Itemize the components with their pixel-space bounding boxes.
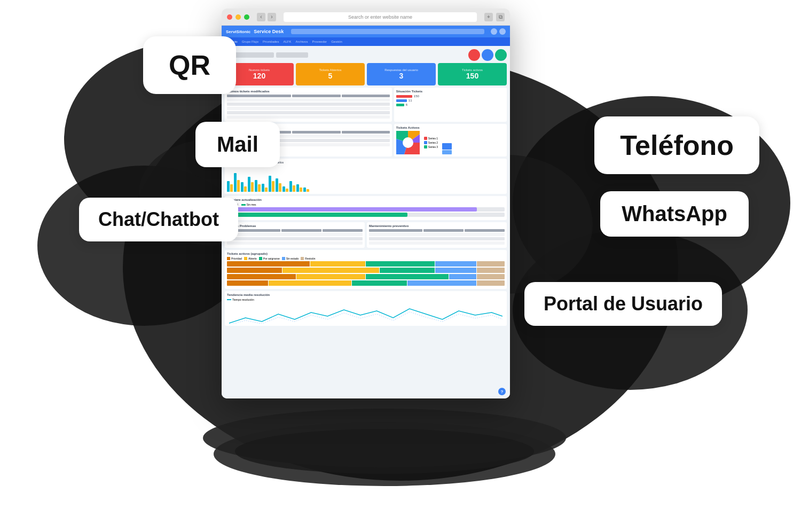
section-agrupados: Tickets activos (agrupado) Prioridad Abi… — [225, 250, 507, 289]
minimize-icon[interactable] — [235, 14, 241, 20]
notification-icon[interactable] — [499, 28, 506, 35]
nav-item-priority[interactable]: Prioridades — [263, 40, 279, 43]
table-row — [227, 115, 390, 119]
date-filter[interactable] — [276, 52, 308, 58]
label-telefono: Teléfono — [594, 116, 759, 174]
portal-text: Portal de Usuario — [544, 293, 703, 315]
table-row — [227, 103, 390, 106]
close-icon[interactable] — [227, 14, 232, 20]
stacked-bar-2 — [227, 268, 505, 273]
section-ultimos: Últimos tickets modificados — [225, 88, 392, 122]
tickets-activos-title: Tickets Activos — [396, 126, 505, 129]
section-tickets-activos: Tickets Activos Series 1 Series 2 Series… — [394, 124, 507, 157]
stat-open-label: Tickets Abiertos — [319, 68, 341, 72]
line-chart — [227, 302, 505, 324]
label-whatsapp: WhatsApp — [600, 191, 749, 237]
table-row — [227, 107, 390, 110]
table-row — [227, 241, 363, 245]
table-row — [227, 111, 390, 114]
stats-row: Nuevos tickets 120 Tickets Abiertos 5 Re… — [225, 63, 507, 85]
pie-chart-container: Series 1 Series 2 Series 3 — [396, 131, 505, 154]
whatsapp-text: WhatsApp — [622, 202, 727, 225]
app-title: Service Desk — [254, 29, 284, 34]
tendencia-title: Tendencia media resolución — [227, 293, 505, 296]
agrupados-title: Tickets activos (agrupado) — [227, 252, 505, 255]
stat-new-tickets-label: Nuevos tickets — [249, 68, 270, 72]
problemas-row: Últimos Problemas Mantenimiento preventi… — [225, 222, 507, 248]
table-header-3 — [342, 95, 390, 97]
svg-point-10 — [235, 429, 534, 474]
address-text: Search or enter website name — [348, 14, 412, 20]
table-row — [227, 233, 363, 236]
new-tab-icon[interactable]: + — [484, 13, 493, 21]
stacked-bar-1 — [227, 261, 505, 267]
label-mail: Mail — [195, 122, 280, 167]
qr-text: QR — [169, 50, 210, 81]
duplicate-icon[interactable]: ⧉ — [496, 13, 505, 21]
user-dot-3 — [495, 49, 507, 61]
filter-row — [225, 49, 507, 61]
stacked-bar-3 — [227, 274, 505, 279]
requiere-title: Requiere actualización — [227, 198, 505, 201]
stat-active-tickets: Tickets activos 150 — [438, 63, 507, 85]
filter-input[interactable] — [231, 52, 274, 58]
nav-item-setup[interactable]: Proveedor — [312, 40, 327, 43]
user-dot-1 — [468, 49, 480, 61]
chat-text: Chat/Chatbot — [98, 208, 219, 230]
nav-item-group[interactable]: Grupo Flujo — [242, 40, 258, 43]
stat-open-tickets: Tickets Abiertos 5 — [296, 63, 365, 85]
maximize-icon[interactable] — [244, 14, 249, 20]
svg-point-16 — [403, 137, 413, 148]
section-problemas: Últimos Problemas — [225, 222, 365, 248]
stat-user-resp-label: Respuestas del usuario — [384, 68, 418, 72]
table-row — [227, 237, 363, 240]
progress-bar-2 — [227, 213, 505, 217]
section-situacion: Situación Tickets 150 11 6 — [394, 88, 507, 122]
stacked-bar-4 — [227, 280, 505, 286]
forward-icon[interactable]: › — [268, 13, 276, 21]
situacion-title: Situación Tickets — [396, 90, 505, 93]
app-nav: Proyecto Grupo Flujo Prioridades ALFK Ar… — [222, 37, 510, 46]
stat-active-value: 150 — [466, 72, 478, 80]
stat-user-resp: Respuestas del usuario 3 — [367, 63, 436, 85]
help-button[interactable]: ? — [498, 388, 506, 395]
label-chat: Chat/Chatbot — [79, 198, 238, 241]
search-bar[interactable] — [291, 29, 484, 34]
ultimos-title: Últimos tickets modificados — [227, 90, 390, 93]
nav-item-sla[interactable]: ALFK — [283, 40, 291, 43]
stat-user-resp-value: 3 — [399, 72, 404, 80]
table-row — [227, 98, 390, 101]
nav-item-info[interactable]: Archivos — [295, 40, 308, 43]
bar-chart — [227, 165, 505, 192]
table-row — [369, 233, 505, 236]
telefono-text: Teléfono — [620, 130, 734, 161]
tickets-row: Últimos tickets modificados Situación Ti… — [225, 88, 507, 122]
address-bar[interactable]: Search or enter website name — [284, 12, 477, 22]
table-header-1 — [227, 95, 291, 97]
problemas-title: Últimos Problemas — [227, 224, 363, 228]
table-row — [369, 241, 505, 245]
progress-bar-1 — [227, 207, 505, 212]
section-tendencia: Tendencia media resolución Tiempo resolu… — [225, 291, 507, 326]
back-icon[interactable]: ‹ — [257, 13, 265, 21]
browser-titlebar: ‹ › Search or enter website name + ⧉ — [222, 9, 510, 26]
section-mantenimiento: Mantenimiento preventivo — [367, 222, 507, 248]
app-logo: ServiSitonic — [226, 29, 250, 34]
mail-text: Mail — [217, 132, 258, 156]
label-qr: QR — [143, 36, 236, 94]
table-row — [369, 237, 505, 240]
table-header-2 — [292, 95, 340, 97]
mantenimiento-title: Mantenimiento preventivo — [369, 224, 505, 228]
nav-item-more[interactable]: Gestión — [331, 40, 342, 43]
pie-chart — [396, 131, 420, 154]
stat-new-tickets-value: 120 — [253, 72, 265, 80]
progress-fill-2 — [227, 213, 407, 217]
line-chart-svg — [229, 304, 502, 324]
stat-active-label: Tickets activos — [462, 68, 483, 72]
user-dot-2 — [482, 49, 493, 61]
browser-nav: ‹ › — [257, 13, 276, 21]
app-body: Nuevos tickets 120 Tickets Abiertos 5 Re… — [222, 46, 510, 398]
browser-window: ‹ › Search or enter website name + ⧉ Ser… — [222, 9, 510, 398]
section-requiere: Requiere actualización Total Sin mes — [225, 196, 507, 220]
app-topbar: ServiSitonic Service Desk — [222, 26, 510, 37]
